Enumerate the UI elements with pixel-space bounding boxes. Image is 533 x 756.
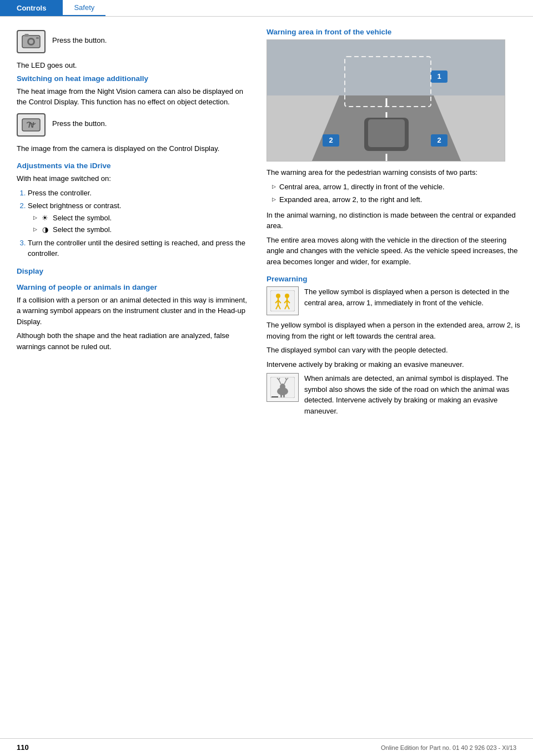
- step-1-text: Press the controller.: [28, 189, 92, 197]
- camera-button-icon: [21, 33, 41, 50]
- step-3: Turn the controller until the desired se…: [28, 238, 250, 259]
- pedestrian-warning-icon-box: [266, 286, 299, 315]
- page-footer: 110 Online Edition for Part no. 01 40 2 …: [0, 738, 533, 756]
- with-heat-text: With heat image switched on:: [17, 173, 250, 184]
- bullet-2-text: Expanded area, arrow 2, to the right and…: [279, 194, 422, 205]
- steps-list: Press the controller. Select brightness …: [17, 188, 250, 259]
- svg-rect-4: [36, 37, 39, 39]
- prewarning-text-3: The displayed symbol can vary with the p…: [266, 345, 522, 356]
- image-displayed-text: The image from the camera is displayed o…: [17, 143, 250, 154]
- animal-warning-icon-box: [266, 373, 299, 402]
- button-icon-1: [17, 30, 46, 53]
- svg-point-27: [285, 294, 289, 298]
- bullet-1-text: Central area, arrow 1, directly in front…: [279, 182, 445, 193]
- svg-rect-12: [368, 119, 405, 147]
- edition-text: Online Edition for Part no. 01 40 2 926 …: [381, 744, 516, 751]
- step-2-text: Select brightness or contrast.: [28, 201, 121, 210]
- svg-text:2: 2: [329, 136, 333, 144]
- svg-rect-20: [270, 290, 295, 311]
- led-goes-out: The LED goes out.: [17, 60, 250, 71]
- warning-area-diagram: 1 2 2: [267, 40, 505, 162]
- tab-safety[interactable]: Safety: [63, 0, 105, 16]
- svg-point-37: [280, 384, 285, 390]
- switching-text: The heat image from the Night Vision cam…: [17, 86, 250, 108]
- warning-area-text-1: The warning area for the pedestrian warn…: [266, 167, 522, 178]
- warning-area-image: 1 2 2: [266, 39, 505, 162]
- warning-text-2: Although both the shape and the heat rad…: [17, 330, 250, 352]
- svg-point-21: [276, 294, 280, 298]
- bullet-item-2: Expanded area, arrow 2, to the right and…: [272, 194, 522, 205]
- page-number: 110: [17, 743, 29, 752]
- step-1: Press the controller.: [28, 188, 250, 199]
- svg-text:2: 2: [437, 136, 441, 144]
- svg-rect-8: [267, 40, 505, 95]
- animal-detect-text: When animals are detected, an animal sym…: [304, 373, 522, 416]
- bullet-item-1: Central area, arrow 1, directly in front…: [272, 182, 522, 193]
- entire-area-text: The entire area moves along with the veh…: [266, 235, 522, 268]
- svg-rect-1: [24, 34, 29, 37]
- section-warning-heading: Warning of people or animals in danger: [17, 283, 250, 291]
- section-adjustments-heading: Adjustments via the iDrive: [17, 162, 250, 170]
- section-prewarning-heading: Prewarning: [266, 275, 522, 283]
- pedestrian-warning-icon: [270, 290, 295, 311]
- section-switching-heading: Switching on heat image additionally: [17, 74, 250, 83]
- sub-step-1-text: Select the symbol.: [53, 213, 112, 224]
- animal-warning-icon: [270, 377, 295, 398]
- animal-detect-block: When animals are detected, an animal sym…: [266, 373, 522, 420]
- step-3-text: Turn the controller until the desired se…: [28, 239, 245, 258]
- sub-step-1: ☀ Select the symbol.: [33, 213, 250, 224]
- prewarning-pedestrian-block: The yellow symbol is displayed when a pe…: [266, 286, 522, 315]
- right-column: Warning area in front of the vehicle 1: [261, 28, 533, 424]
- button-icon-2: N: [17, 113, 46, 137]
- press-button-2-text: Press the button.: [52, 118, 107, 129]
- svg-rect-35: [280, 394, 282, 397]
- tab-controls[interactable]: Controls: [0, 0, 63, 16]
- sun-icon: ☀: [41, 213, 49, 224]
- warning-text-1: If a collision with a person or an anima…: [17, 295, 250, 327]
- contrast-icon: ◑: [41, 224, 49, 235]
- sub-step-2-text: Select the symbol.: [53, 224, 112, 235]
- left-column: Press the button. The LED goes out. Swit…: [0, 28, 261, 424]
- press-button-2-row: N Press the button.: [17, 111, 250, 140]
- sub-steps: ☀ Select the symbol. ◑ Select the symbol…: [28, 213, 250, 235]
- prewarning-text-4: Intervene actively by braking or making …: [266, 359, 522, 370]
- svg-point-3: [29, 39, 33, 44]
- svg-text:1: 1: [437, 72, 441, 80]
- section-display-heading: Display: [17, 267, 250, 275]
- svg-rect-36: [283, 394, 285, 397]
- press-button-1-row: Press the button.: [17, 28, 250, 57]
- step-2: Select brightness or contrast. ☀ Select …: [28, 200, 250, 235]
- night-vision-button-icon: N: [21, 117, 41, 133]
- prewarning-text-1: The yellow symbol is displayed when a pe…: [304, 286, 522, 308]
- page-header: Controls Safety: [0, 0, 533, 17]
- press-button-1-text: Press the button.: [52, 35, 107, 46]
- bullet-list: Central area, arrow 1, directly in front…: [266, 182, 522, 205]
- main-content: Press the button. The LED goes out. Swit…: [0, 17, 533, 424]
- sub-step-2: ◑ Select the symbol.: [33, 224, 250, 235]
- animal-warning-text: In the animal warning, no distinction is…: [266, 210, 522, 231]
- prewarning-text-2: The yellow symbol is displayed when a pe…: [266, 320, 522, 341]
- section-warning-area-heading: Warning area in front of the vehicle: [266, 28, 522, 36]
